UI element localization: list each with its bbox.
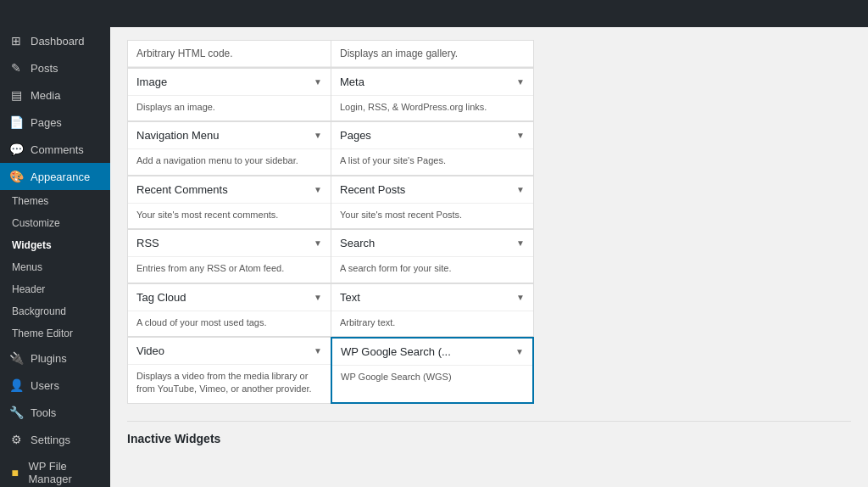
- settings-icon: ⚙: [8, 433, 24, 446]
- widget-recent-comments-dropdown[interactable]: Recent Comments ▼: [128, 176, 331, 204]
- sidebar-item-plugins[interactable]: 🔌 Plugins: [0, 344, 110, 372]
- sidebar-item-tools[interactable]: 🔧 Tools: [0, 399, 110, 426]
- sidebar-subitem-widgets[interactable]: Widgets: [0, 234, 110, 256]
- sidebar-item-users[interactable]: 👤 Users: [0, 372, 110, 399]
- sidebar-subitem-background[interactable]: Background: [0, 300, 110, 322]
- widget-grid-top: Arbitrary HTML code. Displays an image g…: [127, 40, 534, 68]
- widget-nav-menu-dropdown[interactable]: Navigation Menu ▼: [128, 122, 331, 149]
- chevron-down-icon: ▼: [314, 185, 322, 194]
- file-manager-icon: ■: [8, 466, 22, 479]
- posts-icon: ✎: [8, 61, 24, 75]
- sidebar-item-wp-file-manager[interactable]: ■ WP File Manager: [0, 453, 110, 487]
- widget-cell-meta: Meta ▼ Login, RSS, & WordPress.org links…: [331, 68, 534, 121]
- chevron-down-icon: ▼: [314, 238, 322, 248]
- widget-rss-desc: Entries from any RSS or Atom feed.: [128, 257, 331, 282]
- widget-recent-posts-dropdown[interactable]: Recent Posts ▼: [331, 176, 533, 204]
- chevron-down-icon: ▼: [516, 131, 525, 140]
- users-icon: 👤: [8, 378, 24, 392]
- appearance-submenu: Themes Customize Widgets Menus Header Ba…: [0, 190, 110, 344]
- widget-gallery-dropdown[interactable]: Displays an image gallery.: [331, 41, 533, 67]
- sidebar-subitem-customize[interactable]: Customize: [0, 212, 110, 234]
- chevron-down-icon: ▼: [314, 131, 322, 140]
- widget-video-dropdown[interactable]: Video ▼: [128, 338, 331, 365]
- sidebar-item-media[interactable]: ▤ Media: [0, 81, 110, 109]
- widget-image-dropdown[interactable]: Image ▼: [128, 69, 331, 96]
- sidebar-item-pages[interactable]: 📄 Pages: [0, 109, 110, 136]
- widget-meta-dropdown[interactable]: Meta ▼: [331, 69, 533, 96]
- widget-cell-recent-posts: Recent Posts ▼ Your site's most recent P…: [331, 176, 534, 229]
- sidebar-item-settings[interactable]: ⚙ Settings: [0, 426, 110, 453]
- chevron-down-icon: ▼: [516, 77, 525, 87]
- widget-tag-cloud-desc: A cloud of your most used tags.: [128, 311, 331, 336]
- widget-text-desc: Arbitrary text.: [331, 311, 533, 336]
- widget-html-dropdown[interactable]: Arbitrary HTML code.: [128, 41, 331, 67]
- widget-nav-menu-desc: Add a navigation menu to your sidebar.: [128, 149, 331, 174]
- appearance-icon: 🎨: [8, 170, 24, 183]
- sidebar-item-comments[interactable]: 💬 Comments: [0, 136, 110, 163]
- widget-rss-dropdown[interactable]: RSS ▼: [128, 230, 331, 257]
- admin-bar: [0, 0, 868, 27]
- sidebar-item-dashboard[interactable]: ⊞ Dashboard: [0, 27, 110, 54]
- chevron-down-icon: ▼: [516, 185, 525, 194]
- sidebar-subitem-themes[interactable]: Themes: [0, 190, 110, 212]
- sidebar: ⊞ Dashboard ✎ Posts ▤ Media 📄 Pages 💬 Co…: [0, 0, 110, 487]
- main-wrapper: Arbitrary HTML code. Displays an image g…: [110, 0, 868, 487]
- sidebar-item-posts[interactable]: ✎ Posts: [0, 54, 110, 81]
- widget-cell-wp-google-search: WP Google Search (... ▼ WP Google Search…: [331, 337, 534, 404]
- widget-search-dropdown[interactable]: Search ▼: [331, 230, 533, 257]
- sidebar-subitem-header[interactable]: Header: [0, 278, 110, 300]
- widget-search-desc: A search form for your site.: [331, 257, 533, 282]
- widget-cell-text: Text ▼ Arbitrary text.: [331, 283, 534, 337]
- tools-icon: 🔧: [8, 406, 24, 419]
- pages-icon: 📄: [8, 115, 24, 129]
- chevron-down-icon: ▼: [515, 347, 524, 356]
- widget-tag-cloud-dropdown[interactable]: Tag Cloud ▼: [128, 284, 331, 311]
- widget-cell-search: Search ▼ A search form for your site.: [331, 229, 534, 283]
- widget-recent-comments-desc: Your site's most recent comments.: [128, 204, 331, 228]
- chevron-down-icon: ▼: [314, 346, 322, 355]
- widget-video-desc: Displays a video from the media library …: [128, 365, 331, 403]
- widget-pages-desc: A list of your site's Pages.: [331, 149, 533, 174]
- widget-cell-video: Video ▼ Displays a video from the media …: [127, 337, 331, 404]
- inactive-widgets-title: Inactive Widgets: [127, 421, 851, 445]
- media-icon: ▤: [8, 88, 24, 102]
- widget-wp-google-search-dropdown[interactable]: WP Google Search (... ▼: [332, 339, 532, 366]
- sidebar-item-appearance[interactable]: 🎨 Appearance: [0, 163, 110, 190]
- main-content: Arbitrary HTML code. Displays an image g…: [110, 27, 868, 458]
- plugins-icon: 🔌: [8, 351, 24, 365]
- widget-cell-image: Image ▼ Displays an image.: [127, 68, 331, 121]
- widget-pages-dropdown[interactable]: Pages ▼: [331, 122, 533, 149]
- widget-cell-tag-cloud: Tag Cloud ▼ A cloud of your most used ta…: [127, 283, 331, 337]
- widget-cell-pages: Pages ▼ A list of your site's Pages.: [331, 121, 534, 175]
- sidebar-subitem-menus[interactable]: Menus: [0, 256, 110, 278]
- widget-recent-posts-desc: Your site's most recent Posts.: [331, 204, 533, 228]
- widget-grid: Image ▼ Displays an image. Meta ▼ Login,…: [127, 68, 534, 404]
- widget-cell-html: Arbitrary HTML code.: [127, 40, 331, 68]
- widget-cell-nav-menu: Navigation Menu ▼ Add a navigation menu …: [127, 121, 331, 175]
- chevron-down-icon: ▼: [314, 293, 322, 302]
- chevron-down-icon: ▼: [516, 238, 525, 248]
- widget-meta-desc: Login, RSS, & WordPress.org links.: [331, 96, 533, 120]
- comments-icon: 💬: [8, 143, 24, 156]
- widget-cell-gallery: Displays an image gallery.: [331, 40, 534, 68]
- widget-image-desc: Displays an image.: [128, 96, 331, 120]
- widget-cell-recent-comments: Recent Comments ▼ Your site's most recen…: [127, 176, 331, 229]
- widget-cell-rss: RSS ▼ Entries from any RSS or Atom feed.: [127, 229, 331, 283]
- chevron-down-icon: ▼: [314, 77, 322, 87]
- chevron-down-icon: ▼: [516, 293, 525, 302]
- widget-wp-google-search-desc: WP Google Search (WGS): [332, 366, 532, 390]
- dashboard-icon: ⊞: [8, 34, 24, 48]
- widget-text-dropdown[interactable]: Text ▼: [331, 284, 533, 311]
- sidebar-subitem-theme-editor[interactable]: Theme Editor: [0, 322, 110, 344]
